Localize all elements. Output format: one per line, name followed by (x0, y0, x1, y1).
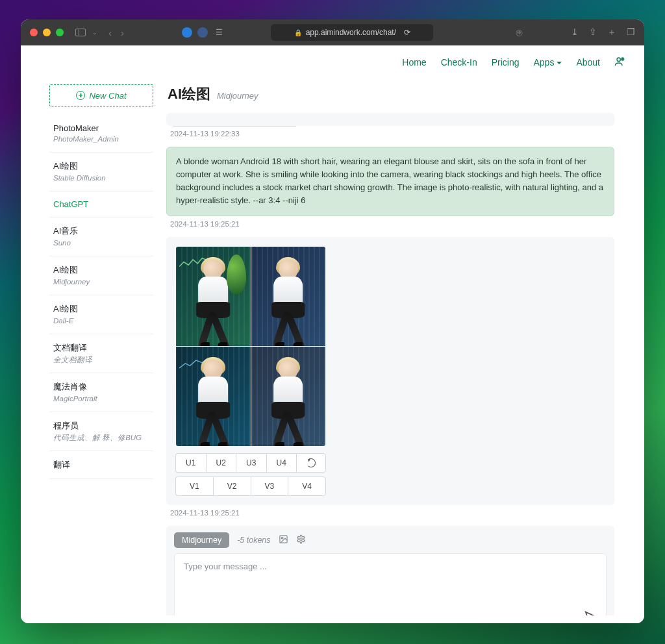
share-icon[interactable]: ⇪ (589, 27, 597, 38)
sidebar-item-title: PhotoMaker (53, 123, 99, 133)
upscale-row: U1 U2 U3 U4 (175, 453, 326, 473)
new-chat-label: New Chat (89, 91, 126, 101)
sidebar-item-title: AI绘图 (53, 161, 78, 171)
timestamp: 2024-11-13 19:25:21 (170, 220, 614, 228)
message-placeholder: Type your message ... (184, 562, 267, 571)
fullscreen-window-icon[interactable] (56, 29, 64, 36)
sidebar: New Chat PhotoMakerPhotoMaker_AdminAI绘图S… (49, 79, 153, 615)
variation-v4[interactable]: V4 (288, 477, 326, 496)
nav-back-icon[interactable]: ‹ (107, 27, 114, 38)
nav-home[interactable]: Home (402, 57, 426, 68)
browser-window: ⌄ ‹ › ☰ 🔒 app.aimindwork.com/chat/ ⟳ ㊥ ⤓… (21, 19, 644, 623)
previous-response-stub (166, 113, 614, 126)
sidebar-item-sub: MagicPortrait (53, 394, 149, 404)
assistant-response: U1 U2 U3 U4 V1 V2 V3 V4 (166, 237, 614, 505)
extension-icon-2[interactable] (197, 27, 208, 38)
sidebar-item-title: 程序员 (53, 421, 79, 430)
url-text: app.aimindwork.com/chat/ (306, 28, 396, 37)
sidebar-item[interactable]: 翻译 (49, 451, 153, 479)
browser-titlebar: ⌄ ‹ › ☰ 🔒 app.aimindwork.com/chat/ ⟳ ㊥ ⤓… (21, 19, 644, 45)
sidebar-item-sub: 代码生成、解 释、修BUG (53, 433, 149, 443)
sidebar-item[interactable]: AI音乐Suno (49, 217, 153, 256)
settings-icon[interactable] (296, 534, 306, 546)
sidebar-toggle-icon[interactable] (75, 29, 86, 36)
nav-pricing[interactable]: Pricing (492, 57, 520, 68)
svg-point-0 (617, 58, 620, 61)
sidebar-item[interactable]: 魔法肖像MagicPortrait (49, 373, 153, 412)
image-attach-icon[interactable] (279, 534, 288, 546)
sidebar-item[interactable]: 程序员代码生成、解 释、修BUG (49, 412, 153, 451)
sidebar-item-sub: Dall-E (53, 316, 149, 326)
svg-point-3 (281, 537, 283, 539)
sidebar-item[interactable]: PhotoMakerPhotoMaker_Admin (49, 116, 153, 153)
generated-image-4[interactable] (251, 347, 326, 446)
timestamp: 2024-11-13 19:25:21 (170, 509, 614, 517)
sidebar-item-sub: Suno (53, 238, 149, 248)
nav-forward-icon[interactable]: › (119, 27, 126, 38)
sidebar-item[interactable]: AI绘图Midjourney (49, 256, 153, 295)
top-nav: Home Check-In Pricing Apps About (21, 45, 644, 79)
reroll-button[interactable] (296, 453, 326, 473)
sidebar-item[interactable]: 文档翻译全文档翻译 (49, 334, 153, 373)
message-input[interactable]: Type your message ... (174, 553, 607, 615)
variation-v3[interactable]: V3 (251, 477, 288, 496)
composer: Midjourney -5 tokens Type your message .… (166, 526, 614, 615)
address-bar[interactable]: 🔒 app.aimindwork.com/chat/ ⟳ (271, 24, 433, 41)
sidebar-item-title: AI绘图 (53, 304, 78, 314)
sidebar-item[interactable]: AI绘图Dall-E (49, 295, 153, 334)
tabs-icon[interactable]: ❐ (627, 27, 635, 38)
lock-icon: 🔒 (294, 29, 302, 36)
svg-point-4 (299, 538, 302, 541)
sidebar-item[interactable]: AI绘图Stable Diffusion (49, 153, 153, 192)
token-cost: -5 tokens (237, 536, 270, 545)
send-button[interactable] (584, 610, 598, 615)
traffic-lights (30, 29, 64, 36)
variation-v1[interactable]: V1 (175, 477, 213, 496)
main-column: AI绘图 Midjourney 2024-11-13 19:22:33 A bl… (166, 79, 616, 615)
refresh-icon (307, 458, 316, 467)
variation-row: V1 V2 V3 V4 (175, 477, 326, 496)
extension-icon[interactable] (182, 27, 192, 38)
new-tab-icon[interactable]: ＋ (607, 27, 616, 38)
plus-icon (76, 91, 85, 100)
chat-heading: AI绘图 Midjourney (166, 79, 616, 113)
upscale-u3[interactable]: U3 (236, 453, 266, 473)
sidebar-item-sub: Midjourney (53, 277, 149, 287)
reload-icon[interactable]: ⟳ (404, 28, 410, 37)
sidebar-item-title: AI音乐 (53, 226, 78, 236)
user-prompt: A blonde woman Android 18 with short hai… (166, 147, 614, 216)
sidebar-item-sub: 全文档翻译 (53, 355, 149, 365)
nav-about[interactable]: About (576, 57, 600, 68)
message-thread[interactable]: 2024-11-13 19:22:33 A blonde woman Andro… (166, 113, 616, 615)
timestamp: 2024-11-13 19:22:33 (170, 130, 614, 138)
upscale-u2[interactable]: U2 (206, 453, 236, 473)
generated-image-1[interactable] (176, 247, 251, 346)
chat-subtitle: Midjourney (217, 91, 258, 101)
chat-title: AI绘图 (168, 84, 210, 104)
sidebar-item[interactable]: ChatGPT (49, 192, 153, 217)
nav-checkin[interactable]: Check-In (441, 57, 477, 68)
sidebar-menu-caret-icon[interactable]: ⌄ (92, 29, 97, 36)
generated-image-2[interactable] (251, 247, 326, 346)
reader-icon[interactable]: ☰ (216, 28, 223, 37)
close-window-icon[interactable] (30, 29, 38, 36)
generated-image-grid[interactable] (175, 246, 326, 447)
app-page: Home Check-In Pricing Apps About New Cha… (21, 45, 644, 623)
account-icon[interactable] (614, 56, 625, 69)
minimize-window-icon[interactable] (43, 29, 51, 36)
generated-image-3[interactable] (176, 347, 251, 446)
model-pill[interactable]: Midjourney (174, 532, 229, 548)
sidebar-item-title: 翻译 (53, 460, 70, 469)
downloads-icon[interactable]: ⤓ (571, 27, 579, 38)
sidebar-item-sub: PhotoMaker_Admin (53, 134, 149, 144)
upscale-u4[interactable]: U4 (266, 453, 297, 473)
nav-apps[interactable]: Apps (533, 57, 562, 68)
sidebar-item-title: 魔法肖像 (53, 382, 87, 391)
translate-icon[interactable]: ㊥ (516, 28, 523, 38)
upscale-u1[interactable]: U1 (175, 453, 206, 473)
sidebar-item-title: ChatGPT (53, 199, 88, 209)
new-chat-button[interactable]: New Chat (49, 84, 153, 106)
variation-v2[interactable]: V2 (213, 477, 251, 496)
sidebar-item-title: AI绘图 (53, 265, 78, 275)
sidebar-item-title: 文档翻译 (53, 343, 87, 353)
